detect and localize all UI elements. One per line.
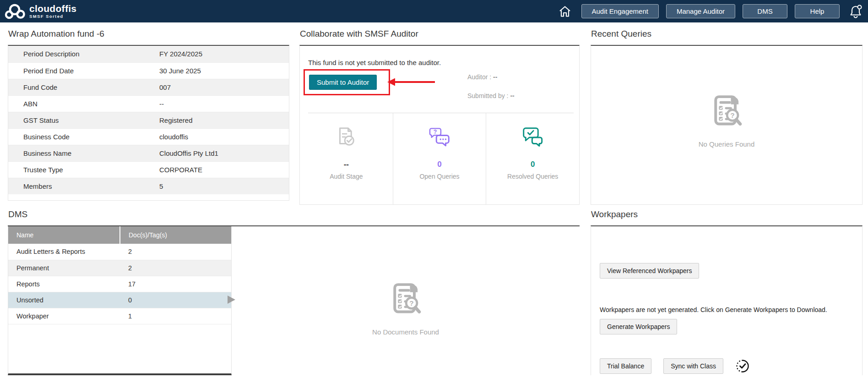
- collaborate-card: This fund is not yet submitted to the au…: [299, 45, 580, 205]
- auditor-label: Auditor :: [467, 73, 493, 81]
- fund-details-table: Period Description FY 2024/2025 Period E…: [8, 46, 289, 194]
- trial-balance-button[interactable]: Trial Balance: [600, 358, 651, 374]
- fund-detail-value: 5: [159, 178, 289, 194]
- fund-row-trustee-type: Trustee Type CORPORATE: [8, 161, 289, 178]
- dms-folder-name: Permanent: [8, 260, 120, 276]
- fund-row-abn: ABN --: [8, 95, 289, 112]
- fund-detail-label: Business Code: [8, 128, 159, 145]
- fund-detail-label: Period Description: [8, 46, 159, 62]
- dms-folder-count: 0: [120, 292, 231, 308]
- selected-folder-arrow-icon: [228, 296, 239, 304]
- cloud-logo-icon: [5, 3, 26, 20]
- dms-table: Name Doc(s)/Tag(s) Audit Letters & Repor…: [8, 226, 231, 324]
- audit-stage-label: Audit Stage: [300, 173, 393, 180]
- fund-detail-label: Business Name: [8, 145, 159, 161]
- stat-open-queries: ? 0 Open Queries: [393, 113, 487, 204]
- no-documents-text: No Documents Found: [232, 328, 580, 336]
- nav-button-help[interactable]: Help: [795, 4, 840, 18]
- stat-resolved-queries: 0 Resolved Queries: [486, 113, 579, 204]
- cloudoffis-logo[interactable]: cloudoffis SMSF Sorted: [5, 3, 76, 20]
- no-queries-text: No Queries Found: [591, 140, 862, 148]
- dms-folder-count: 2: [120, 244, 231, 260]
- submitted-by-label: Submitted by :: [467, 92, 510, 99]
- fund-detail-value: Registered: [159, 112, 289, 128]
- submitted-by-value: --: [510, 92, 514, 99]
- brand-name: cloudoffis: [29, 4, 76, 13]
- fund-detail-value: cloudoffis: [159, 128, 289, 145]
- fund-details-panel: Wrap Automation fund -6 Period Descripti…: [8, 29, 289, 205]
- fund-detail-value: 30 June 2025: [159, 62, 289, 79]
- dotted-circle-check-icon: [735, 359, 750, 373]
- dms-folder-count: 1: [120, 308, 231, 324]
- fund-detail-label: Members: [8, 178, 159, 194]
- fund-row-period-description: Period Description FY 2024/2025: [8, 46, 289, 62]
- fund-row-gst-status: GST Status Registered: [8, 112, 289, 128]
- view-referenced-workpapers-button[interactable]: View Referenced Workpapers: [600, 263, 699, 279]
- submitted-by-line: Submitted by : --: [467, 92, 515, 99]
- dms-panel: DMS Name Doc(s)/Tag(s): [8, 209, 580, 375]
- Audit Letters & Reports[interactable]: Audit Letters & Reports 2: [8, 244, 231, 260]
- home-icon[interactable]: [559, 5, 571, 18]
- fund-detail-label: ABN: [8, 95, 159, 112]
- resolved-queries-label: Resolved Queries: [486, 173, 579, 180]
- dms-empty-state: No Documents Found: [232, 226, 580, 375]
- Reports[interactable]: Reports 17: [8, 276, 231, 292]
- dms-header-name: Name: [8, 226, 120, 244]
- dms-folder-name: Reports: [8, 276, 120, 292]
- dms-folder-name: Workpaper: [8, 308, 120, 324]
- open-queries-value: 0: [393, 160, 486, 169]
- dms-folder-count: 17: [120, 276, 231, 292]
- submit-to-auditor-button[interactable]: Submit to Auditor: [309, 75, 377, 90]
- fund-row-members: Members 5: [8, 178, 289, 194]
- annotation-red-box: Submit to Auditor: [304, 69, 390, 95]
- open-queries-chat-question-icon: ?: [427, 125, 452, 150]
- fund-details-card: Period Description FY 2024/2025 Period E…: [8, 45, 289, 201]
- top-navbar: cloudoffis SMSF Sorted Audit EngagementM…: [0, 0, 868, 22]
- dms-header-docs-tags: Doc(s)/Tag(s): [120, 226, 231, 244]
- dms-folder-count: 2: [120, 260, 231, 276]
- sync-with-class-button[interactable]: Sync with Class: [663, 358, 723, 374]
- fund-detail-label: Trustee Type: [8, 161, 159, 178]
- workpapers-card: View Referenced Workpapers Workpapers ar…: [591, 225, 863, 375]
- recent-queries-title: Recent Queries: [591, 29, 863, 39]
- audit-stage-value: --: [300, 160, 393, 169]
- nav-button-manage-auditor[interactable]: Manage Auditor: [666, 4, 735, 18]
- nav-button-dms[interactable]: DMS: [743, 4, 787, 18]
- fund-detail-label: Period End Date: [8, 62, 159, 79]
- fund-detail-value: CORPORATE: [159, 161, 289, 178]
- generate-workpapers-button[interactable]: Generate Workpapers: [600, 319, 677, 334]
- collaborate-panel-title: Collaborate with SMSF Auditor: [300, 29, 580, 39]
- annotation-red-arrow: [387, 77, 436, 87]
- Workpaper[interactable]: Workpaper 1: [8, 308, 231, 324]
- svg-text:?: ?: [434, 129, 437, 135]
- recent-queries-card: No Queries Found: [591, 45, 863, 205]
- bell-icon[interactable]: [849, 4, 863, 19]
- fund-panel-title: Wrap Automation fund -6: [8, 29, 289, 39]
- workpapers-info-text: Workpapers are not yet generated. Click …: [600, 306, 827, 313]
- Permanent[interactable]: Permanent 2: [8, 260, 231, 276]
- resolved-queries-value: 0: [486, 160, 579, 169]
- fund-detail-label: Fund Code: [8, 79, 159, 95]
- brand-tagline: SMSF Sorted: [29, 14, 76, 19]
- collaborate-panel: Collaborate with SMSF Auditor This fund …: [299, 29, 580, 205]
- dms-card: Name Doc(s)/Tag(s) Audit Letters & Repor…: [8, 225, 580, 375]
- fund-detail-value: FY 2024/2025: [159, 46, 289, 62]
- auditor-value: --: [493, 73, 497, 81]
- no-documents-clipboard-search-icon: [388, 281, 423, 316]
- recent-queries-panel: Recent Queries No Queries Found: [591, 29, 863, 205]
- dms-panel-title: DMS: [8, 209, 580, 219]
- submission-status-text: This fund is not yet submitted to the au…: [308, 59, 441, 66]
- fund-detail-value: --: [159, 95, 289, 112]
- workpapers-title: Workpapers: [591, 209, 863, 219]
- fund-detail-value: 007: [159, 79, 289, 95]
- nav-button-audit-engagement[interactable]: Audit Engagement: [581, 4, 659, 18]
- dms-folder-list: Name Doc(s)/Tag(s) Audit Letters & Repor…: [8, 226, 232, 375]
- dms-folder-name: Unsorted: [8, 292, 120, 308]
- auditor-line: Auditor : --: [467, 73, 497, 81]
- fund-row-business-code: Business Code cloudoffis: [8, 128, 289, 145]
- Unsorted[interactable]: Unsorted 0: [8, 292, 231, 308]
- no-queries-clipboard-search-icon: [709, 93, 744, 128]
- collaborate-stats: -- Audit Stage ?: [300, 113, 579, 204]
- stat-audit-stage: -- Audit Stage: [300, 113, 393, 204]
- workpapers-panel: Workpapers View Referenced Workpapers Wo…: [591, 209, 863, 375]
